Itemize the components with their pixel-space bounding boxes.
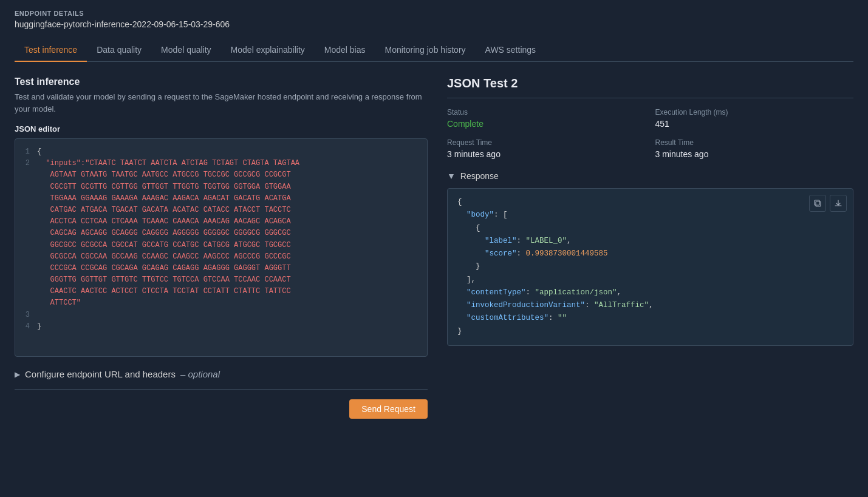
- endpoint-label: ENDPOINT DETAILS: [15, 10, 853, 17]
- code-inputs-line1: "inputs":"CTAATC TAATCT AATCTA ATCTAG TC…: [37, 158, 299, 169]
- response-box: { "body": [ { "label": "LABEL_0", "score…: [447, 188, 853, 346]
- code-line-11: CCCGCA CCGCAG CGCAGA GCAGAG CAGAGG AGAGG…: [20, 263, 422, 274]
- section-title: Test inference: [15, 76, 428, 87]
- meta-execution-length: Execution Length (ms) 451: [655, 108, 854, 129]
- tab-model-quality[interactable]: Model quality: [151, 39, 221, 62]
- copy-response-button[interactable]: [809, 195, 826, 212]
- meta-grid: Status Complete Execution Length (ms) 45…: [447, 108, 853, 159]
- configure-toggle[interactable]: ▶ Configure endpoint URL and headers – o…: [15, 369, 428, 379]
- code-line-15: 3: [20, 309, 422, 321]
- meta-status: Status Complete: [447, 108, 646, 129]
- code-line-12: GGGTTG GGTTGT GTTGTC TTGTCC TGTCCA GTCCA…: [20, 274, 422, 286]
- line-num-7: [20, 216, 37, 228]
- page-wrapper: ENDPOINT DETAILS huggingface-pytorch-inf…: [0, 0, 868, 428]
- code-line-13: CAACTC AACTCC ACTCCT CTCCTA TCCTAT CCTAT…: [20, 286, 422, 297]
- left-panel: Test inference Test and validate your mo…: [15, 76, 428, 419]
- send-request-row: Send Request: [15, 399, 428, 419]
- json-test-title: JSON Test 2: [447, 76, 853, 98]
- code-line-5: TGGAAA GGAAAG GAAAGA AAAGAC AAGACA AGACA…: [20, 193, 422, 205]
- code-line-6: CATGAC ATGACA TGACAT GACATA ACATAC CATAC…: [20, 205, 422, 216]
- code-line-16: 4 }: [20, 321, 422, 333]
- code-line-2: 2 "inputs":"CTAATC TAATCT AATCTA ATCTAG …: [20, 158, 422, 169]
- code-line-content-13: CAACTC AACTCC ACTCCT CTCCTA TCCTAT CCTAT…: [37, 286, 291, 297]
- code-line-content-3: AGTAAT GTAATG TAATGC AATGCC ATGCCG TGCCG…: [37, 169, 291, 181]
- code-line-content-5: TGGAAA GGAAAG GAAAGA AAAGAC AAGACA AGACA…: [37, 193, 291, 205]
- main-content: Test inference Test and validate your mo…: [15, 76, 853, 419]
- response-content: { "body": [ { "label": "LABEL_0", "score…: [457, 196, 843, 338]
- section-desc: Test and validate your model by sending …: [15, 91, 428, 115]
- code-brace-close: }: [37, 321, 41, 333]
- line-num-2: 2: [20, 158, 37, 169]
- code-line-content-12: GGGTTG GGTTGT GTTGTC TTGTCC TGTCCA GTCCA…: [37, 274, 291, 286]
- line-num-10: [20, 251, 37, 263]
- code-brace-open: {: [37, 146, 41, 158]
- line-num-13: [20, 286, 37, 297]
- download-response-button[interactable]: [830, 195, 847, 212]
- code-line-8: CAGCAG AGCAGG GCAGGG CAGGGG AGGGGG GGGGG…: [20, 228, 422, 239]
- status-label: Status: [447, 108, 646, 117]
- code-line-content-6: CATGAC ATGACA TGACAT GACATA ACATAC CATAC…: [37, 205, 291, 216]
- code-line-3: AGTAAT GTAATG TAATGC AATGCC ATGCCG TGCCG…: [20, 169, 422, 181]
- tab-aws-settings[interactable]: AWS settings: [476, 39, 546, 62]
- tab-monitoring-job-history[interactable]: Monitoring job history: [375, 39, 476, 62]
- code-line-content-9: GGCGCC GCGCCA CGCCAT GCCATG CCATGC CATGC…: [37, 240, 291, 251]
- response-arrow-icon: ▼: [447, 171, 456, 181]
- configure-label: Configure endpoint URL and headers: [25, 369, 176, 379]
- tab-model-explainability[interactable]: Model explainability: [221, 39, 315, 62]
- configure-optional: – optional: [180, 369, 220, 379]
- line-num-4: [20, 181, 37, 193]
- line-num-15: 3: [20, 309, 37, 321]
- code-line-content-10: GCGCCA CGCCAA GCCAAG CCAAGC CAAGCC AAGCC…: [37, 251, 291, 263]
- code-line-content-14: ATTCCT": [37, 297, 81, 309]
- endpoint-name: huggingface-pytorch-inference-2022-09-06…: [15, 19, 853, 29]
- line-num-16: 4: [20, 321, 37, 333]
- line-num-14: [20, 297, 37, 309]
- line-num-6: [20, 205, 37, 216]
- execution-length-label: Execution Length (ms): [655, 108, 854, 117]
- request-time-label: Request Time: [447, 138, 646, 147]
- configure-section: ▶ Configure endpoint URL and headers – o…: [15, 369, 428, 390]
- tab-model-bias[interactable]: Model bias: [315, 39, 375, 62]
- code-line-content-4: CGCGTT GCGTTG CGTTGG GTTGGT TTGGTG TGGTG…: [37, 181, 291, 193]
- result-time-value: 3 minutes ago: [655, 149, 854, 159]
- line-num-8: [20, 228, 37, 239]
- code-line-content-8: CAGCAG AGCAGG GCAGGG CAGGGG AGGGGG GGGGG…: [37, 228, 291, 239]
- meta-request-time: Request Time 3 minutes ago: [447, 138, 646, 159]
- configure-arrow-icon: ▶: [15, 370, 20, 379]
- result-time-label: Result Time: [655, 138, 854, 147]
- tab-data-quality[interactable]: Data quality: [87, 39, 151, 62]
- code-line-10: GCGCCA CGCCAA GCCAAG CCAAGC CAAGCC AAGCC…: [20, 251, 422, 263]
- status-value: Complete: [447, 119, 646, 129]
- line-num-1: 1: [20, 146, 37, 158]
- response-toggle[interactable]: ▼ Response: [447, 171, 853, 181]
- line-num-3: [20, 169, 37, 181]
- tab-test-inference[interactable]: Test inference: [15, 39, 87, 62]
- line-num-9: [20, 240, 37, 251]
- code-line-1: 1 {: [20, 146, 422, 158]
- response-label: Response: [460, 171, 499, 181]
- code-line-7: ACCTCA CCTCAA CTCAAA TCAAAC CAAACA AAACA…: [20, 216, 422, 228]
- tabs-bar: Test inference Data quality Model qualit…: [15, 39, 853, 62]
- right-panel: JSON Test 2 Status Complete Execution Le…: [447, 76, 853, 419]
- endpoint-section: ENDPOINT DETAILS huggingface-pytorch-inf…: [15, 10, 853, 29]
- code-line-content-7: ACCTCA CCTCAA CTCAAA TCAAAC CAAACA AAACA…: [37, 216, 291, 228]
- code-line-9: GGCGCC GCGCCA CGCCAT GCCATG CCATGC CATGC…: [20, 240, 422, 251]
- code-line-4: CGCGTT GCGTTG CGTTGG GTTGGT TTGGTG TGGTG…: [20, 181, 422, 193]
- execution-length-value: 451: [655, 119, 854, 129]
- send-request-button[interactable]: Send Request: [349, 399, 428, 419]
- json-editor[interactable]: 1 { 2 "inputs":"CTAATC TAATCT AATCTA ATC…: [15, 138, 428, 357]
- line-num-12: [20, 274, 37, 286]
- response-actions: [809, 195, 847, 212]
- line-num-5: [20, 193, 37, 205]
- svg-rect-1: [815, 200, 819, 205]
- line-num-11: [20, 263, 37, 274]
- json-editor-label: JSON editor: [15, 124, 428, 134]
- code-line-content-11: CCCGCA CCGCAG CGCAGA GCAGAG CAGAGG AGAGG…: [37, 263, 291, 274]
- svg-rect-0: [816, 201, 821, 206]
- request-time-value: 3 minutes ago: [447, 149, 646, 159]
- meta-result-time: Result Time 3 minutes ago: [655, 138, 854, 159]
- code-line-14: ATTCCT": [20, 297, 422, 309]
